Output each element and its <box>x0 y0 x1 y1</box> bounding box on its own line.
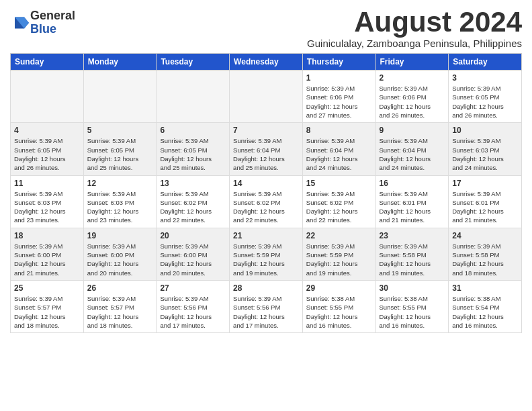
title-block: August 2024 Guiniculalay, Zamboanga Peni… <box>307 7 522 49</box>
weekday-header: Thursday <box>302 54 375 71</box>
day-number: 17 <box>452 179 518 188</box>
day-number: 27 <box>160 283 226 293</box>
logo-general-text: General <box>30 9 75 23</box>
day-detail: Sunrise: 5:39 AM Sunset: 5:58 PM Dayligh… <box>452 242 518 277</box>
day-number: 2 <box>380 73 445 83</box>
day-number: 16 <box>380 179 445 188</box>
day-number: 18 <box>14 231 80 240</box>
calendar-cell <box>83 71 157 123</box>
calendar-cell <box>230 71 303 123</box>
day-detail: Sunrise: 5:39 AM Sunset: 6:05 PM Dayligh… <box>452 84 518 120</box>
day-number: 21 <box>233 231 299 240</box>
day-detail: Sunrise: 5:39 AM Sunset: 6:03 PM Dayligh… <box>87 189 153 225</box>
day-number: 13 <box>160 179 226 188</box>
calendar-cell: 26Sunrise: 5:39 AM Sunset: 5:57 PM Dayli… <box>83 280 157 332</box>
calendar-cell: 14Sunrise: 5:39 AM Sunset: 6:02 PM Dayli… <box>230 175 303 228</box>
logo-blue-text: Blue <box>30 23 75 36</box>
logo: General Blue <box>10 9 75 36</box>
calendar-cell: 24Sunrise: 5:39 AM Sunset: 5:58 PM Dayli… <box>449 228 522 280</box>
day-detail: Sunrise: 5:39 AM Sunset: 6:01 PM Dayligh… <box>380 189 445 225</box>
calendar-cell: 10Sunrise: 5:39 AM Sunset: 6:03 PM Dayli… <box>449 123 522 175</box>
calendar-cell: 25Sunrise: 5:39 AM Sunset: 5:57 PM Dayli… <box>11 280 84 332</box>
calendar-cell: 5Sunrise: 5:39 AM Sunset: 6:05 PM Daylig… <box>83 123 157 175</box>
day-detail: Sunrise: 5:39 AM Sunset: 6:03 PM Dayligh… <box>452 136 518 172</box>
calendar-cell: 7Sunrise: 5:39 AM Sunset: 6:04 PM Daylig… <box>230 123 303 175</box>
weekday-header: Tuesday <box>157 54 230 71</box>
day-detail: Sunrise: 5:39 AM Sunset: 5:56 PM Dayligh… <box>233 294 299 330</box>
day-number: 5 <box>87 126 153 135</box>
calendar-cell: 2Sunrise: 5:39 AM Sunset: 6:06 PM Daylig… <box>375 71 449 123</box>
day-number: 22 <box>306 231 372 240</box>
calendar-cell: 3Sunrise: 5:39 AM Sunset: 6:05 PM Daylig… <box>449 71 522 123</box>
day-detail: Sunrise: 5:39 AM Sunset: 5:59 PM Dayligh… <box>306 242 372 277</box>
page-header: General Blue August 2024 Guiniculalay, Z… <box>10 7 522 49</box>
calendar-table: SundayMondayTuesdayWednesdayThursdayFrid… <box>10 53 522 333</box>
day-number: 23 <box>380 231 445 240</box>
calendar-cell: 18Sunrise: 5:39 AM Sunset: 6:00 PM Dayli… <box>11 228 84 280</box>
calendar-cell: 12Sunrise: 5:39 AM Sunset: 6:03 PM Dayli… <box>83 175 157 228</box>
calendar-cell: 22Sunrise: 5:39 AM Sunset: 5:59 PM Dayli… <box>302 228 375 280</box>
calendar-cell: 13Sunrise: 5:39 AM Sunset: 6:02 PM Dayli… <box>157 175 230 228</box>
day-detail: Sunrise: 5:39 AM Sunset: 6:06 PM Dayligh… <box>306 84 372 120</box>
day-detail: Sunrise: 5:39 AM Sunset: 5:56 PM Dayligh… <box>160 294 226 330</box>
day-detail: Sunrise: 5:39 AM Sunset: 5:57 PM Dayligh… <box>14 294 80 330</box>
day-detail: Sunrise: 5:39 AM Sunset: 6:02 PM Dayligh… <box>233 189 299 225</box>
day-number: 25 <box>14 283 80 293</box>
calendar-cell: 23Sunrise: 5:39 AM Sunset: 5:58 PM Dayli… <box>375 228 449 280</box>
calendar-cell: 28Sunrise: 5:39 AM Sunset: 5:56 PM Dayli… <box>230 280 303 332</box>
day-number: 24 <box>452 231 518 240</box>
day-detail: Sunrise: 5:39 AM Sunset: 6:02 PM Dayligh… <box>160 189 226 225</box>
calendar-cell: 20Sunrise: 5:39 AM Sunset: 6:00 PM Dayli… <box>157 228 230 280</box>
day-number: 4 <box>14 126 80 135</box>
day-number: 1 <box>306 73 372 83</box>
calendar-cell <box>157 71 230 123</box>
day-number: 7 <box>233 126 299 135</box>
day-detail: Sunrise: 5:38 AM Sunset: 5:55 PM Dayligh… <box>380 294 445 330</box>
day-number: 26 <box>87 283 153 293</box>
day-detail: Sunrise: 5:39 AM Sunset: 6:06 PM Dayligh… <box>380 84 445 120</box>
weekday-header: Sunday <box>11 54 84 71</box>
calendar-cell: 29Sunrise: 5:38 AM Sunset: 5:55 PM Dayli… <box>302 280 375 332</box>
calendar-cell: 1Sunrise: 5:39 AM Sunset: 6:06 PM Daylig… <box>302 71 375 123</box>
day-detail: Sunrise: 5:39 AM Sunset: 6:05 PM Dayligh… <box>160 136 226 172</box>
day-number: 6 <box>160 126 226 135</box>
calendar-cell: 17Sunrise: 5:39 AM Sunset: 6:01 PM Dayli… <box>449 175 522 228</box>
day-number: 9 <box>380 126 445 135</box>
calendar-cell: 4Sunrise: 5:39 AM Sunset: 6:05 PM Daylig… <box>11 123 84 175</box>
day-detail: Sunrise: 5:39 AM Sunset: 5:57 PM Dayligh… <box>87 294 153 330</box>
calendar-cell: 31Sunrise: 5:38 AM Sunset: 5:54 PM Dayli… <box>449 280 522 332</box>
calendar-cell: 6Sunrise: 5:39 AM Sunset: 6:05 PM Daylig… <box>157 123 230 175</box>
day-number: 30 <box>380 283 445 293</box>
calendar-cell: 27Sunrise: 5:39 AM Sunset: 5:56 PM Dayli… <box>157 280 230 332</box>
day-detail: Sunrise: 5:39 AM Sunset: 6:04 PM Dayligh… <box>380 136 445 172</box>
day-detail: Sunrise: 5:39 AM Sunset: 6:04 PM Dayligh… <box>306 136 372 172</box>
calendar-cell: 9Sunrise: 5:39 AM Sunset: 6:04 PM Daylig… <box>375 123 449 175</box>
day-number: 14 <box>233 179 299 188</box>
subtitle: Guiniculalay, Zamboanga Peninsula, Phili… <box>307 38 522 49</box>
day-detail: Sunrise: 5:39 AM Sunset: 6:05 PM Dayligh… <box>14 136 80 172</box>
calendar-cell: 15Sunrise: 5:39 AM Sunset: 6:02 PM Dayli… <box>302 175 375 228</box>
day-detail: Sunrise: 5:39 AM Sunset: 6:05 PM Dayligh… <box>87 136 153 172</box>
calendar-cell: 30Sunrise: 5:38 AM Sunset: 5:55 PM Dayli… <box>375 280 449 332</box>
day-number: 3 <box>452 73 518 83</box>
day-detail: Sunrise: 5:39 AM Sunset: 5:59 PM Dayligh… <box>233 242 299 277</box>
day-detail: Sunrise: 5:39 AM Sunset: 6:02 PM Dayligh… <box>306 189 372 225</box>
day-detail: Sunrise: 5:39 AM Sunset: 6:04 PM Dayligh… <box>233 136 299 172</box>
day-number: 20 <box>160 231 226 240</box>
day-number: 10 <box>452 126 518 135</box>
day-number: 29 <box>306 283 372 293</box>
calendar-cell: 19Sunrise: 5:39 AM Sunset: 6:00 PM Dayli… <box>83 228 157 280</box>
day-number: 31 <box>452 283 518 293</box>
day-detail: Sunrise: 5:39 AM Sunset: 6:00 PM Dayligh… <box>14 242 80 277</box>
day-number: 11 <box>14 179 80 188</box>
weekday-header: Saturday <box>449 54 522 71</box>
day-number: 8 <box>306 126 372 135</box>
calendar-cell <box>11 71 84 123</box>
day-number: 28 <box>233 283 299 293</box>
day-number: 12 <box>87 179 153 188</box>
weekday-header: Wednesday <box>230 54 303 71</box>
calendar-cell: 8Sunrise: 5:39 AM Sunset: 6:04 PM Daylig… <box>302 123 375 175</box>
main-title: August 2024 <box>307 7 522 38</box>
weekday-header: Monday <box>83 54 157 71</box>
day-detail: Sunrise: 5:39 AM Sunset: 6:00 PM Dayligh… <box>160 242 226 277</box>
